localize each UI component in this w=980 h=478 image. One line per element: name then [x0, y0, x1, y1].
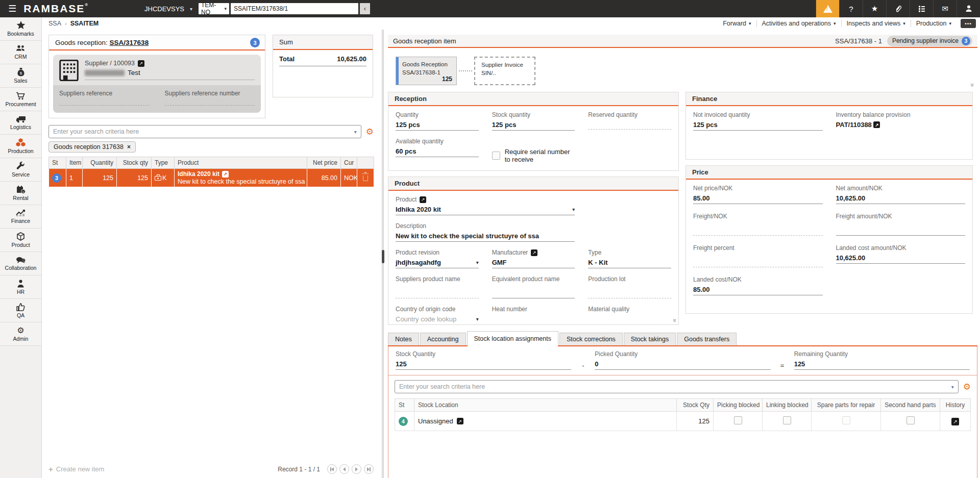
suppliers-product-name-field[interactable]: Suppliers product name — [396, 275, 479, 298]
equivalent-product-name-field[interactable]: Equivalent product name — [492, 275, 575, 298]
system-name[interactable]: JHCDEVSYS — [144, 5, 184, 13]
flow-card-goods-reception[interactable]: Goods Reception SSA/317638-1 125 — [396, 57, 457, 85]
product-link-icon[interactable]: ↗ — [420, 196, 426, 203]
col-st[interactable]: St — [395, 399, 414, 412]
col-cur[interactable]: Cur — [341, 157, 357, 169]
items-search-box[interactable]: ▾ — [48, 125, 361, 138]
not-invoiced-quantity-field[interactable]: Not invoiced quantity 125 pcs — [693, 111, 823, 131]
search-back-button[interactable]: ‹ — [360, 3, 370, 14]
sidebar-item-admin[interactable]: ⚙ Admin — [0, 322, 41, 346]
row-product-name[interactable]: Idhika 2020 kit — [178, 170, 219, 178]
breadcrumb-root[interactable]: SSA — [48, 20, 61, 27]
alerts-button[interactable] — [816, 0, 839, 17]
system-caret-icon[interactable]: ▾ — [190, 6, 192, 12]
landed-cost-field[interactable]: Landed cost/NOK 85.00 — [693, 276, 823, 295]
sidebar-item-bookmarks[interactable]: Bookmarks — [0, 17, 41, 41]
production-menu[interactable]: Production▾ — [911, 20, 957, 27]
col-type[interactable]: Type — [152, 157, 175, 169]
heat-number-field[interactable]: Heat number — [492, 306, 575, 325]
col-stock-location[interactable]: Stock Location — [414, 399, 677, 412]
manufacturer-link-icon[interactable]: ↗ — [531, 249, 537, 256]
tab-stock-takings[interactable]: Stock takings — [624, 333, 676, 345]
picking-blocked-checkbox[interactable] — [734, 416, 742, 424]
product-revision-field[interactable]: Product revision jhdjhsagahdfg▾ — [396, 249, 479, 268]
activities-menu[interactable]: Activities and operations▾ — [756, 20, 841, 27]
goods-reception-doc-link[interactable]: SSA/317638 — [110, 39, 149, 46]
col-picking-blocked[interactable]: Picking blocked — [714, 399, 763, 412]
forward-menu[interactable]: Forward▾ — [718, 20, 756, 27]
items-search-input[interactable] — [53, 128, 351, 135]
attachments-button[interactable] — [886, 0, 910, 17]
delete-row-trash-icon[interactable] — [363, 175, 368, 181]
history-link-icon[interactable]: ↗ — [951, 418, 959, 425]
stock-location-link-icon[interactable]: ↗ — [457, 418, 463, 424]
coo-caret-icon[interactable]: ▾ — [476, 316, 479, 322]
freight-field[interactable]: Freight/NOK — [693, 213, 823, 236]
sidebar-item-sales[interactable]: $ Sales — [0, 64, 41, 88]
stock-quantity-field[interactable]: Stock quantity 125 pcs — [492, 111, 575, 131]
col-linking-blocked[interactable]: Linking blocked — [763, 399, 812, 412]
manufacturer-field[interactable]: Manufacturer↗ GMF — [492, 249, 575, 268]
sidebar-item-logistics[interactable]: Logistics — [0, 111, 41, 135]
spare-parts-checkbox[interactable] — [842, 416, 850, 424]
flow-collapse-chevron-icon[interactable]: » — [969, 83, 976, 86]
col-stock-qty[interactable]: Stock qty — [117, 157, 152, 169]
flow-card-supplier-invoice[interactable]: Supplier Invoice SIN/.. — [474, 57, 535, 85]
stock-location-row[interactable]: 4 Unassigned↗ 125 ↗ — [395, 412, 971, 431]
type-field[interactable]: Type K - Kit — [588, 249, 671, 268]
user-button[interactable] — [957, 0, 980, 17]
chip-close-icon[interactable]: × — [127, 143, 131, 150]
freight-amount-field[interactable]: Freight amount/NOK — [836, 213, 966, 236]
col-item[interactable]: Item — [66, 157, 83, 169]
product-external-link-icon[interactable]: ↗ — [222, 171, 229, 178]
net-price-field[interactable]: Net price/NOK 85.00 — [693, 185, 823, 204]
sidebar-item-collaboration[interactable]: Collaboration — [0, 252, 41, 275]
supplier-external-link-icon[interactable]: ↗ — [138, 60, 144, 67]
table-row-selected[interactable]: 3 1 125 125 K Idhika 2020 kit↗ New kit t… — [49, 169, 374, 187]
filter-chip-goods-reception[interactable]: Goods reception 317638 × — [48, 141, 136, 153]
net-amount-field[interactable]: Net amount/NOK 10,625.00 — [836, 185, 966, 204]
material-quality-field[interactable]: Material quality — [588, 306, 671, 325]
prev-page-button[interactable] — [339, 464, 349, 474]
available-quantity-field[interactable]: Available quantity 60 pcs — [396, 138, 479, 163]
col-spare-parts[interactable]: Spare parts for repair — [812, 399, 881, 412]
product-field[interactable]: Product↗ Idhika 2020 kit▾ — [396, 196, 575, 215]
second-hand-checkbox[interactable] — [906, 416, 915, 424]
next-page-button[interactable] — [352, 464, 361, 474]
description-field[interactable]: Description New kit to check the special… — [396, 222, 575, 242]
search-dropdown-caret-icon[interactable]: ▾ — [354, 129, 357, 135]
sidebar-item-qa[interactable]: QA — [0, 299, 41, 322]
col-stock-qty[interactable]: Stock Qty — [677, 399, 714, 412]
col-second-hand[interactable]: Second hand parts — [881, 399, 940, 412]
first-page-button[interactable] — [327, 464, 337, 474]
suppliers-reference-number-field[interactable]: Suppliers reference number — [165, 90, 255, 106]
col-net-price[interactable]: Net price — [307, 157, 341, 169]
task-list-button[interactable] — [910, 0, 933, 17]
tab-goods-transfers[interactable]: Goods transfers — [677, 333, 737, 345]
country-of-origin-field[interactable]: Country of origin code Country code look… — [396, 306, 479, 325]
sidebar-item-hr[interactable]: HR — [0, 275, 41, 299]
scroll-more-chevron-icon[interactable]: » — [672, 319, 679, 321]
linking-blocked-checkbox[interactable] — [783, 416, 791, 424]
sidebar-item-procurement[interactable]: Procurement — [0, 88, 41, 111]
sidebar-item-service[interactable]: Service — [0, 158, 41, 182]
freight-percent-field[interactable]: Freight percent — [693, 244, 823, 267]
rambase-logo[interactable]: RAMBASE® — [23, 3, 89, 15]
help-button[interactable]: ? — [839, 0, 863, 17]
tab-stock-corrections[interactable]: Stock corrections — [559, 333, 623, 345]
stock-search-gear-icon[interactable]: ⚙ — [963, 383, 971, 391]
tab-accounting[interactable]: Accounting — [420, 333, 466, 345]
sidebar-item-rental[interactable]: s Rental — [0, 182, 41, 205]
col-st[interactable]: St — [49, 157, 66, 169]
search-settings-gear-icon[interactable]: ⚙ — [366, 128, 374, 136]
tab-notes[interactable]: Notes — [388, 333, 419, 345]
more-actions-button[interactable]: ••• — [961, 19, 976, 28]
require-serial-checkbox[interactable] — [492, 152, 500, 160]
product-caret-icon[interactable]: ▾ — [572, 207, 575, 212]
suppliers-reference-field[interactable]: Suppliers reference — [59, 90, 150, 106]
sidebar-item-finance[interactable]: Finance — [0, 205, 41, 229]
last-page-button[interactable] — [364, 464, 374, 474]
favorites-button[interactable]: ★ — [863, 0, 886, 17]
stock-search-caret-icon[interactable]: ▾ — [951, 384, 954, 390]
pane-splitter[interactable] — [382, 30, 384, 478]
